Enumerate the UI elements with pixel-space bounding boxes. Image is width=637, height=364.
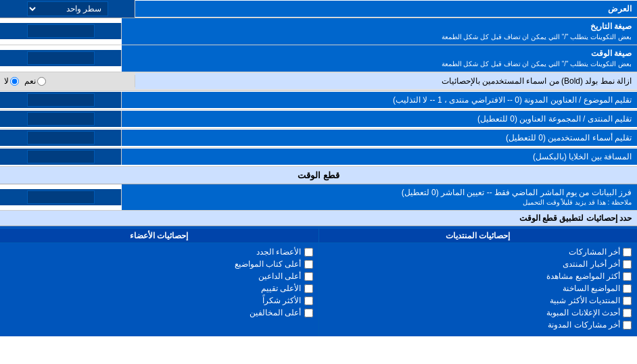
list-item: أعلى كتاب المواضيع: [5, 258, 313, 270]
list-item: أعلى الداعين: [5, 270, 313, 282]
forum-trim-row: تقليم المنتدى / المجموعة العناوين (0 للت…: [0, 110, 637, 129]
topic-trim-row: تقليم الموضوع / العناوين المدونة (0 -- ا…: [0, 91, 637, 110]
time-format-row: صيغة الوقت بعض التكوينات يتطلب "/" التي …: [0, 45, 637, 72]
bold-no-radio[interactable]: [10, 77, 19, 86]
date-format-label: صيغة التاريخ بعض التكوينات يتطلب "/" الت…: [122, 18, 637, 45]
list-item: المواضيع الساخنة: [325, 282, 632, 294]
bold-yes-label[interactable]: نعم: [24, 76, 46, 86]
cb-top-online[interactable]: [304, 272, 313, 281]
cell-spacing-row: المسافة بين الخلايا (بالبكسل) 2: [0, 148, 637, 167]
display-select-cell[interactable]: سطر واحد: [0, 0, 135, 18]
list-item: المنتديات الأكثر شبية: [325, 294, 632, 307]
username-trim-input-cell[interactable]: 0: [0, 130, 122, 146]
checkboxes-grid: إحصائيات المنتديات أخر المشاركات أخر أخب…: [0, 226, 637, 336]
cutoff-input-cell[interactable]: 0: [0, 189, 122, 205]
cb-hot-topics[interactable]: [623, 284, 632, 293]
cutoff-section-header: قطع الوقت: [0, 167, 637, 184]
cb-ads[interactable]: [623, 309, 632, 317]
cb-forum-news[interactable]: [623, 260, 632, 269]
cb-top-mods[interactable]: [304, 309, 313, 317]
col1-header: إحصائيات المنتديات: [319, 229, 638, 243]
cb-posts[interactable]: [623, 248, 632, 257]
topic-trim-input[interactable]: 33: [27, 93, 95, 107]
date-format-input-cell[interactable]: d-m: [0, 23, 122, 39]
cell-spacing-input[interactable]: 2: [27, 150, 95, 163]
bold-remove-label: ازالة نمط بولد (Bold) من اسماء المستخدمي…: [135, 73, 637, 90]
col2-header: إحصائيات الأعضاء: [0, 229, 318, 243]
forum-trim-input-cell[interactable]: 33: [0, 111, 122, 127]
col2-checkboxes: الأعضاء الجدد أعلى كتاب المواضيع أعلى ال…: [0, 243, 318, 321]
list-item: أخر المشاركات: [325, 246, 632, 258]
bold-radio-cell: نعم لا: [0, 75, 135, 87]
date-format-row: صيغة التاريخ بعض التكوينات يتطلب "/" الت…: [0, 18, 637, 45]
cb-top-rated[interactable]: [304, 284, 313, 293]
time-format-input[interactable]: H:i: [27, 51, 95, 65]
username-trim-input[interactable]: 0: [27, 131, 95, 145]
display-dropdown[interactable]: سطر واحد: [27, 1, 108, 16]
bold-remove-row: ازالة نمط بولد (Bold) من اسماء المستخدمي…: [0, 72, 637, 91]
list-item: أكثر المواضيع مشاهدة: [325, 270, 632, 282]
cb-top-posters[interactable]: [304, 260, 313, 269]
col1-checkboxes: أخر المشاركات أخر أخبار المنتدى أكثر الم…: [319, 243, 638, 334]
topic-trim-label: تقليم الموضوع / العناوين المدونة (0 -- ا…: [122, 92, 637, 109]
topic-trim-input-cell[interactable]: 33: [0, 92, 122, 108]
cb-new-members[interactable]: [304, 248, 313, 257]
cell-spacing-label: المسافة بين الخلايا (بالبكسل): [122, 149, 637, 165]
time-format-label: صيغة الوقت بعض التكوينات يتطلب "/" التي …: [122, 45, 637, 72]
list-item: الأعلى تقييم: [5, 282, 313, 294]
cutoff-label: فرز البيانات من يوم الماشر الماضي فقط --…: [122, 184, 637, 211]
bold-yes-radio[interactable]: [37, 77, 46, 86]
forum-trim-label: تقليم المنتدى / المجموعة العناوين (0 للت…: [122, 111, 637, 128]
time-format-input-cell[interactable]: H:i: [0, 50, 122, 66]
cb-similar[interactable]: [623, 296, 632, 305]
cb-most-thanks[interactable]: [304, 296, 313, 305]
bold-no-label[interactable]: لا: [4, 76, 19, 86]
cutoff-input[interactable]: 0: [27, 190, 95, 204]
list-item: أعلى المخالفين: [5, 307, 313, 319]
list-item: أحدث الإعلانات المبوبة: [325, 307, 632, 319]
bold-radio-group: نعم لا: [4, 76, 46, 86]
username-trim-row: تقليم أسماء المستخدمين (0 للتعطيل) 0: [0, 129, 637, 148]
forum-trim-input[interactable]: 33: [27, 112, 95, 126]
cutoff-row: فرز البيانات من يوم الماشر الماضي فقط --…: [0, 184, 637, 211]
date-format-input[interactable]: d-m: [27, 24, 95, 38]
list-item: الأكثر شكراً: [5, 294, 313, 307]
list-item: الأعضاء الجدد: [5, 246, 313, 258]
list-item: أخر أخبار المنتدى: [325, 258, 632, 270]
cb-posts-noted[interactable]: [623, 321, 632, 330]
cb-most-viewed[interactable]: [623, 272, 632, 281]
page-title: العرض: [135, 1, 637, 18]
cell-spacing-input-cell[interactable]: 2: [0, 149, 122, 165]
checkboxes-section-header: حدد إحصائيات لتطبيق قطع الوقت: [0, 211, 637, 226]
username-trim-label: تقليم أسماء المستخدمين (0 للتعطيل): [122, 130, 637, 147]
list-item: أخر مشاركات المدونة: [325, 319, 632, 331]
